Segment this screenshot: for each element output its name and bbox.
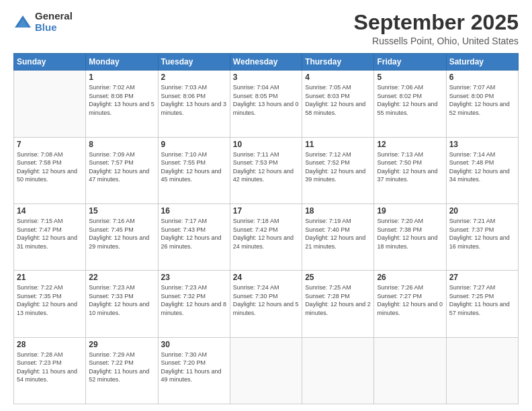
location: Russells Point, Ohio, United States [354, 36, 519, 46]
day-info: Sunrise: 7:09 AMSunset: 7:57 PMDaylight:… [89, 150, 154, 184]
day-number: 24 [233, 273, 299, 282]
day-info: Sunrise: 7:12 AMSunset: 7:52 PMDaylight:… [305, 150, 371, 184]
day-cell: 13Sunrise: 7:14 AMSunset: 7:48 PMDayligh… [446, 137, 518, 203]
calendar-header: SundayMondayTuesdayWednesdayThursdayFrid… [14, 54, 519, 71]
logo: General Blue [13, 11, 73, 33]
day-cell: 5Sunrise: 7:06 AMSunset: 8:02 PMDaylight… [374, 71, 446, 137]
day-info: Sunrise: 7:24 AMSunset: 7:30 PMDaylight:… [233, 283, 299, 317]
day-number: 25 [305, 273, 371, 282]
day-number: 28 [17, 340, 83, 349]
day-cell: 4Sunrise: 7:05 AMSunset: 8:03 PMDaylight… [302, 71, 374, 137]
day-cell: 21Sunrise: 7:22 AMSunset: 7:35 PMDayligh… [14, 271, 86, 337]
week-row-4: 21Sunrise: 7:22 AMSunset: 7:35 PMDayligh… [14, 271, 519, 337]
day-info: Sunrise: 7:04 AMSunset: 8:05 PMDaylight:… [233, 83, 299, 117]
day-cell: 7Sunrise: 7:08 AMSunset: 7:58 PMDaylight… [14, 137, 86, 203]
day-cell: 22Sunrise: 7:23 AMSunset: 7:33 PMDayligh… [86, 271, 158, 337]
logo-text: General Blue [35, 11, 73, 33]
day-info: Sunrise: 7:17 AMSunset: 7:43 PMDaylight:… [161, 217, 227, 250]
day-cell: 12Sunrise: 7:13 AMSunset: 7:50 PMDayligh… [374, 137, 446, 203]
day-number: 18 [305, 206, 371, 216]
day-cell: 17Sunrise: 7:18 AMSunset: 7:42 PMDayligh… [230, 203, 302, 270]
day-number: 2 [161, 73, 227, 82]
day-cell: 19Sunrise: 7:20 AMSunset: 7:38 PMDayligh… [374, 203, 446, 270]
day-info: Sunrise: 7:19 AMSunset: 7:40 PMDaylight:… [305, 217, 371, 250]
day-header-wednesday: Wednesday [230, 54, 302, 71]
day-cell: 26Sunrise: 7:26 AMSunset: 7:27 PMDayligh… [374, 271, 446, 337]
day-header-thursday: Thursday [302, 54, 374, 71]
day-info: Sunrise: 7:28 AMSunset: 7:23 PMDaylight:… [17, 351, 83, 384]
day-cell: 3Sunrise: 7:04 AMSunset: 8:05 PMDaylight… [230, 71, 302, 137]
day-number: 13 [449, 140, 515, 149]
day-info: Sunrise: 7:03 AMSunset: 8:06 PMDaylight:… [161, 83, 227, 117]
week-row-2: 7Sunrise: 7:08 AMSunset: 7:58 PMDaylight… [14, 137, 519, 203]
day-number: 30 [161, 340, 227, 349]
day-header-sunday: Sunday [14, 54, 86, 71]
day-cell: 15Sunrise: 7:16 AMSunset: 7:45 PMDayligh… [86, 203, 158, 270]
day-info: Sunrise: 7:16 AMSunset: 7:45 PMDaylight:… [89, 217, 154, 250]
day-number: 15 [89, 206, 154, 216]
day-cell: 30Sunrise: 7:30 AMSunset: 7:20 PMDayligh… [158, 337, 230, 404]
logo-general-text: General [35, 11, 73, 22]
day-number: 5 [377, 73, 443, 82]
day-number: 3 [233, 73, 299, 82]
day-info: Sunrise: 7:23 AMSunset: 7:33 PMDaylight:… [89, 283, 154, 317]
day-header-row: SundayMondayTuesdayWednesdayThursdayFrid… [14, 54, 519, 71]
day-info: Sunrise: 7:08 AMSunset: 7:58 PMDaylight:… [17, 150, 83, 184]
day-number: 20 [449, 206, 515, 216]
day-number: 17 [233, 206, 299, 216]
day-cell [14, 71, 86, 137]
day-number: 27 [449, 273, 515, 282]
day-cell [374, 337, 446, 404]
day-number: 4 [305, 73, 371, 82]
day-number: 1 [89, 73, 154, 82]
day-number: 26 [377, 273, 443, 282]
day-cell: 1Sunrise: 7:02 AMSunset: 8:08 PMDaylight… [86, 71, 158, 137]
day-cell: 27Sunrise: 7:27 AMSunset: 7:25 PMDayligh… [446, 271, 518, 337]
header: General Blue September 2025 Russells Poi… [13, 11, 519, 46]
day-number: 8 [89, 140, 154, 149]
day-number: 21 [17, 273, 83, 282]
day-cell [230, 337, 302, 404]
day-number: 23 [161, 273, 227, 282]
day-cell: 23Sunrise: 7:23 AMSunset: 7:32 PMDayligh… [158, 271, 230, 337]
day-info: Sunrise: 7:15 AMSunset: 7:47 PMDaylight:… [17, 217, 83, 250]
day-number: 29 [89, 340, 154, 349]
day-cell [446, 337, 518, 404]
day-cell [302, 337, 374, 404]
day-info: Sunrise: 7:25 AMSunset: 7:28 PMDaylight:… [305, 283, 371, 317]
day-number: 6 [449, 73, 515, 82]
day-cell: 14Sunrise: 7:15 AMSunset: 7:47 PMDayligh… [14, 203, 86, 270]
day-info: Sunrise: 7:11 AMSunset: 7:53 PMDaylight:… [233, 150, 299, 184]
day-info: Sunrise: 7:29 AMSunset: 7:22 PMDaylight:… [89, 351, 154, 384]
day-info: Sunrise: 7:14 AMSunset: 7:48 PMDaylight:… [449, 150, 515, 184]
day-cell: 10Sunrise: 7:11 AMSunset: 7:53 PMDayligh… [230, 137, 302, 203]
day-info: Sunrise: 7:13 AMSunset: 7:50 PMDaylight:… [377, 150, 443, 184]
page: General Blue September 2025 Russells Poi… [0, 0, 532, 411]
week-row-1: 1Sunrise: 7:02 AMSunset: 8:08 PMDaylight… [14, 71, 519, 137]
day-cell: 16Sunrise: 7:17 AMSunset: 7:43 PMDayligh… [158, 203, 230, 270]
day-cell: 11Sunrise: 7:12 AMSunset: 7:52 PMDayligh… [302, 137, 374, 203]
day-info: Sunrise: 7:06 AMSunset: 8:02 PMDaylight:… [377, 83, 443, 117]
day-header-tuesday: Tuesday [158, 54, 230, 71]
day-header-saturday: Saturday [446, 54, 518, 71]
day-number: 14 [17, 206, 83, 216]
day-info: Sunrise: 7:05 AMSunset: 8:03 PMDaylight:… [305, 83, 371, 117]
day-cell: 25Sunrise: 7:25 AMSunset: 7:28 PMDayligh… [302, 271, 374, 337]
day-info: Sunrise: 7:26 AMSunset: 7:27 PMDaylight:… [377, 283, 443, 317]
day-info: Sunrise: 7:02 AMSunset: 8:08 PMDaylight:… [89, 83, 154, 117]
day-info: Sunrise: 7:10 AMSunset: 7:55 PMDaylight:… [161, 150, 227, 184]
day-number: 11 [305, 140, 371, 149]
day-number: 7 [17, 140, 83, 149]
title-block: September 2025 Russells Point, Ohio, Uni… [354, 11, 519, 46]
day-cell: 28Sunrise: 7:28 AMSunset: 7:23 PMDayligh… [14, 337, 86, 404]
logo-icon [13, 13, 32, 32]
day-info: Sunrise: 7:30 AMSunset: 7:20 PMDaylight:… [161, 351, 227, 384]
day-header-friday: Friday [374, 54, 446, 71]
day-info: Sunrise: 7:23 AMSunset: 7:32 PMDaylight:… [161, 283, 227, 317]
day-header-monday: Monday [86, 54, 158, 71]
month-title: September 2025 [354, 11, 519, 34]
day-cell: 8Sunrise: 7:09 AMSunset: 7:57 PMDaylight… [86, 137, 158, 203]
calendar-table: SundayMondayTuesdayWednesdayThursdayFrid… [13, 53, 519, 404]
day-info: Sunrise: 7:22 AMSunset: 7:35 PMDaylight:… [17, 283, 83, 317]
day-cell: 24Sunrise: 7:24 AMSunset: 7:30 PMDayligh… [230, 271, 302, 337]
